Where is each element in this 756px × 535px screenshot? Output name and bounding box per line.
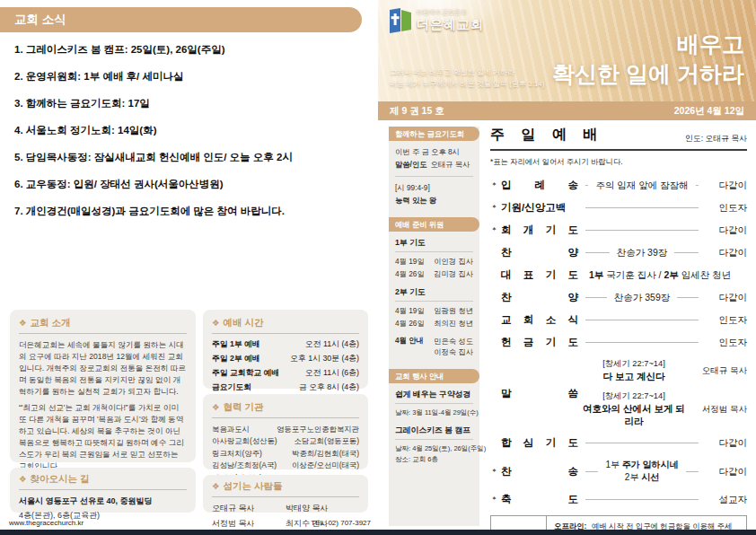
time-value: 오전 11시 (4층)	[305, 339, 359, 350]
hymn1-title: 주가 일하시네	[622, 460, 679, 469]
leader-line	[585, 207, 699, 208]
row-center: 주의 임재 앞에 잠잠해	[595, 179, 688, 192]
bulletin-title-line2: 확신한 일에 거하라	[552, 59, 744, 89]
issue-date: 2026년 4월 12일	[674, 105, 744, 118]
worship-row-repentance-prayer: ＊ 회 개 기 도 다같이	[490, 224, 747, 237]
star-mark: ＊	[490, 179, 501, 192]
leader-line	[585, 443, 699, 443]
worship-leader: 인도: 오태규 목사	[685, 134, 747, 145]
theme-verse-line2: 너는 네가 누구에게서 배운 것을 알며 (딤후 3:14)	[390, 79, 544, 90]
prep-row: 4월 19일임광원 청년	[395, 306, 473, 316]
row-performer: 다같이	[706, 436, 747, 450]
bottom-accent-bar	[0, 530, 756, 535]
bulletin-title-line1: 배우고	[552, 30, 744, 59]
sermon-title: 여호와의 산에서 보게 되리라	[578, 403, 690, 428]
prep-date: 4월 26일	[395, 269, 425, 279]
friday-scripture-ref: [시 99:4-9]	[395, 183, 473, 193]
prep-committee-body: 1부 기도 4월 19일이인경 집사 4월 26일김미경 집사 2부 기도 4월…	[389, 238, 479, 357]
row-performer: 다같이	[706, 179, 747, 192]
news-item: 5. 담임목사동정: 잠실새내교회 헌신예배 인도/ 오늘 오후 2시	[14, 151, 367, 164]
website-link[interactable]: www.thegracechurch.kr	[9, 519, 84, 527]
april-guide-names: 민은숙 성도 이정숙 집사	[434, 336, 473, 357]
leader-line	[585, 185, 588, 186]
leader-line	[585, 230, 699, 231]
leader-line	[585, 252, 610, 253]
volume-date-bar: 제 9 권 15 호 2026년 4월 12일	[378, 101, 756, 120]
friday-leader-label: 말씀/인도	[395, 160, 427, 170]
row-performer: 다같이	[706, 224, 747, 237]
star-mark: ＊	[490, 493, 501, 506]
worship-row-offering-prayer: 헌 금 기 도 인도자	[490, 336, 747, 349]
news-item: 4. 서울노회 정기노회: 14일(화)	[14, 124, 367, 137]
row-free-text: 1부 국기훈 집사 / 2부 임세찬 청년	[589, 268, 731, 282]
directions-title-text: 찾아오시는 길	[31, 473, 90, 484]
row-label: 교 회 소 식	[501, 313, 578, 327]
theme-verse: 그러나 너는 배우고 확신한 일에 거하라 너는 네가 누구에게서 배운 것을 …	[390, 67, 544, 90]
time-value: 오전 11시 (6층)	[305, 368, 359, 379]
partner-name: 영등포구노인종합복지관	[277, 424, 359, 435]
event2-date: 날짜: 4월 25일(토), 26일(주일)	[395, 444, 473, 453]
part1-name: 국기훈 집사 /	[606, 269, 661, 280]
worship-row-praise2: 찬 양 찬송가 359장 다같이	[490, 291, 747, 304]
staff-name: 오태규 목사	[212, 503, 286, 514]
theme-verse-line1: 그러나 너는 배우고 확신한 일에 거하라	[390, 67, 544, 78]
friday-prayer-body: 이번 주 금 오후 8시 말씀/인도 오태규 목사 [시 99:4-9] 능력 …	[389, 147, 479, 206]
leader-line	[677, 297, 699, 298]
star-mark	[490, 358, 501, 428]
news-item: 6. 교우동정: 입원/ 장태선 권사(서울아산병원)	[14, 178, 367, 191]
leader-line	[585, 499, 699, 500]
worship-row-invocation: ＊ 기원/신앙고백 인도자	[490, 201, 747, 215]
church-events-body: 쉽게 배우는 구약성경 날짜: 3월 11일-4월 29일(수) 그레이스키즈 …	[389, 390, 479, 464]
times-card-title: ❖예배 시간	[212, 317, 359, 334]
divider	[395, 176, 473, 177]
friday-prayer-header: 함께하는 금요기도회	[389, 127, 479, 141]
part1-label: 1부	[589, 269, 603, 280]
prep-group1-title: 1부 기도	[395, 238, 473, 252]
partner-row: 아사랑교회(성산동)소담교회(영등포동)	[212, 435, 359, 447]
event2-title: 그레이스키즈 봄 캠프	[395, 425, 473, 440]
partner-name: 소담교회(영등포동)	[294, 435, 359, 447]
event1-title: 쉽게 배우는 구약성경	[395, 390, 473, 404]
leader-line	[674, 252, 699, 253]
row-label: 회 개 기 도	[501, 224, 578, 237]
worship-times-card: ❖예배 시간 주일 1부 예배오전 11시 (4층) 주일 2부 예배오후 1시…	[203, 310, 368, 389]
star-mark: ＊	[490, 224, 501, 237]
sermon-scripture-ref: [창세기 22:7~14]	[578, 358, 690, 370]
partner-row: 복음과도시영등포구노인종합복지관	[212, 424, 359, 435]
time-label: 주일 2부 예배	[212, 354, 260, 364]
staff-name: 서정범 목사	[212, 518, 286, 530]
prep-date: 4월 19일	[395, 306, 425, 316]
row-center: 찬송가 359장	[614, 291, 670, 304]
april-guide-label: 4월 안내	[395, 336, 424, 357]
volume-number: 제 9 권 15 호	[390, 105, 444, 118]
worship-row-representative-prayer: 대 표 기 도 1부 국기훈 집사 / 2부 임세찬 청년	[490, 268, 747, 282]
header-banner: 대한예수교장로회 더은혜교회 배우고 확신한 일에 거하라 그러나 너는 배우고…	[378, 0, 756, 101]
church-logo-icon	[389, 8, 412, 33]
row-performer: 다같이	[706, 291, 747, 304]
friday-time: 이번 주 금 오후 8시	[395, 147, 473, 157]
staff-title-text: 섬기는 사람들	[224, 480, 283, 491]
prep-name: 최의진 청년	[434, 319, 473, 329]
about-title-text: 교회 소개	[31, 317, 71, 328]
row-label: 합 심 기 도	[501, 436, 578, 450]
prep-group2-title: 2부 기도	[395, 287, 473, 302]
diamond-icon: ❖	[212, 402, 220, 412]
part2-name: 임세찬 청년	[681, 269, 731, 280]
sermon-entry: [창세기 22:7~14] 여호와의 산에서 보게 되리라 서정범 목사	[578, 390, 747, 428]
row-performer: 다같이	[706, 246, 747, 259]
news-section-header: 교회 소식	[0, 7, 362, 32]
sermon-text: [창세기 22:7~14] 다 보고 계신다	[578, 358, 690, 383]
staff-card: ❖섬기는 사람들 오태규 목사박태양 목사 서정범 목사최지수 간사	[203, 475, 368, 513]
sermon-scripture-ref: [창세기 22:7~14]	[578, 390, 690, 402]
hymn-titles: 1부 주가 일하시네 2부 시선	[605, 459, 678, 484]
april-guide-row: 4월 안내 민은숙 성도 이정숙 집사	[395, 336, 473, 357]
about-card-title: ❖교회 소개	[19, 317, 187, 334]
time-row: 주일 2부 예배오후 1시 30분 (4층)	[212, 354, 359, 364]
news-item: 3. 함께하는 금요기도회: 17일	[14, 97, 367, 110]
sermon-text: [창세기 22:7~14] 여호와의 산에서 보게 되리라	[578, 390, 690, 428]
partner-name: 링크처치(양주)	[212, 448, 262, 460]
row-label: 찬 송	[501, 465, 578, 478]
directions-card: ❖찾아오시는 길 서울시 영등포구 선유로 40, 중원빌딩 4층(본관), 6…	[10, 468, 196, 513]
about-paragraph: 더은혜교회는 세속에 물들지 않기를 원하는 시대의 요구에 따라 지난 201…	[19, 339, 187, 397]
about-church-card: ❖교회 소개 더은혜교회는 세속에 물들지 않기를 원하는 시대의 요구에 따라…	[10, 310, 196, 462]
